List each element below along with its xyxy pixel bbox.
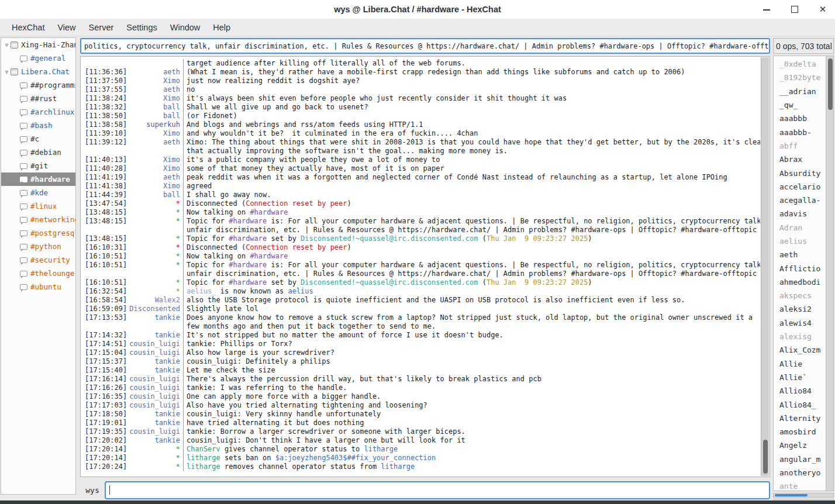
tree-item-LiberaChat[interactable]: ▽Libera.Chat xyxy=(1,65,75,78)
userlist-item[interactable]: angular_m xyxy=(774,453,826,466)
userlist-item[interactable]: __adrian xyxy=(774,85,826,98)
tree-item-kde[interactable]: #kde xyxy=(1,186,75,199)
userlist-scrollbar-thumb[interactable] xyxy=(828,58,833,110)
message-input[interactable] xyxy=(105,481,770,499)
close-button[interactable]: ✕ xyxy=(819,5,827,13)
chat-message-segment: some of that money they actually have, m… xyxy=(187,164,444,172)
menu-item-window[interactable]: Window xyxy=(164,20,207,34)
tree-item-git[interactable]: #git xyxy=(1,159,75,172)
chat-timestamp xyxy=(81,226,126,234)
expander-icon[interactable]: ▽ xyxy=(1,69,11,75)
userlist-item[interactable]: Allie xyxy=(774,357,826,371)
tree-item-ubuntu[interactable]: #ubuntu xyxy=(1,280,75,294)
chat-scrollbar-thumb[interactable] xyxy=(763,440,768,474)
channel-icon xyxy=(20,136,27,142)
userlist-item[interactable]: ante xyxy=(774,479,826,491)
tree-item-programmi[interactable]: ##programmi xyxy=(1,78,75,92)
chat-line: unfair discrimination, etc. | Rules & Re… xyxy=(81,270,760,278)
chat-nick: * xyxy=(126,454,183,462)
chat-message: tankie: Borrow a larger screwdriver or s… xyxy=(183,427,760,436)
userlist-item[interactable]: aeth xyxy=(774,248,826,261)
chat-nick xyxy=(126,322,183,331)
chat-timestamp: [17:16:14] xyxy=(81,375,126,384)
userlist-hscrollbar[interactable] xyxy=(773,493,834,498)
chat-message: Also have you tried alternating tighteni… xyxy=(183,401,760,410)
userlist-item[interactable]: abff xyxy=(774,139,826,153)
chat-message: cousin_luigi: Very skinny handle unfortu… xyxy=(183,410,760,419)
tree-item-thelounge[interactable]: #thelounge xyxy=(1,267,75,280)
chat-line: [13:47:54]*Disconnected (Connection rese… xyxy=(81,199,760,208)
expander-icon[interactable]: ▽ xyxy=(1,42,11,48)
minimize-button[interactable] xyxy=(762,5,771,13)
chat-messages: target audience after killing off litera… xyxy=(81,57,760,476)
userlist-item[interactable]: anotheryo xyxy=(774,466,826,479)
tree-item-security[interactable]: #security xyxy=(1,253,75,267)
topic-text: politics, cryptocurrency talk, unfair di… xyxy=(84,42,770,50)
userlist-item[interactable]: aleksi2 xyxy=(774,302,826,316)
chat-timestamp: [17:19:01] xyxy=(81,419,126,427)
userlist-item[interactable]: Allie` xyxy=(774,371,826,384)
userlist-item[interactable]: _8192byte xyxy=(774,71,826,84)
tree-item-debian[interactable]: #debian xyxy=(1,146,75,159)
topic-input[interactable]: politics, cryptocurrency talk, unfair di… xyxy=(80,38,770,54)
tree-item-linux[interactable]: #linux xyxy=(1,199,75,213)
userlist-item[interactable]: ahmedbodi xyxy=(774,275,826,289)
userlist-item[interactable]: alewis4 xyxy=(774,316,826,330)
tree-item-c[interactable]: #c xyxy=(1,132,75,146)
chat-nick: Ximo xyxy=(126,164,183,173)
tree-item-postgresql[interactable]: #postgresql xyxy=(1,226,75,240)
userlist-item[interactable]: _0xdelta xyxy=(774,57,826,71)
userlist-item[interactable]: Allio84_ xyxy=(774,398,826,411)
chat-line: [11:41:38]Ximoagreed xyxy=(81,182,760,191)
userlist-item[interactable]: Angelz xyxy=(774,439,826,452)
maximize-button[interactable] xyxy=(791,5,799,13)
menu-item-hexchat[interactable]: HexChat xyxy=(5,20,51,34)
userlist-item[interactable]: Absurdity xyxy=(774,166,826,179)
tree-item-rust[interactable]: ##rust xyxy=(1,92,75,105)
menu-item-server[interactable]: Server xyxy=(82,20,120,34)
chat-message-segment: ) xyxy=(347,243,351,251)
tree-item-label: #archlinux xyxy=(30,108,74,116)
userlist-item[interactable]: Afflictio xyxy=(774,261,826,275)
chat-message-segment: agreed xyxy=(187,182,212,190)
menu-item-view[interactable]: View xyxy=(51,20,82,34)
chat-timestamp: [16:10:51] xyxy=(81,261,126,270)
tree-item-python[interactable]: #python xyxy=(1,240,75,253)
userlist-item[interactable]: amosbird xyxy=(774,425,826,439)
userlist-hscrollbar-thumb[interactable] xyxy=(775,494,808,496)
chat-timestamp: [17:14:32] xyxy=(81,331,126,340)
chat-message-segment: $a:joeyzheng5403$##fix_your_connection xyxy=(275,454,436,462)
userlist-item[interactable]: aaabbb- xyxy=(774,125,826,139)
userlist-item[interactable]: Adran xyxy=(774,221,826,234)
userlist-item[interactable]: Allio84 xyxy=(774,384,826,398)
userlist-scrollbar[interactable] xyxy=(826,56,833,491)
chat-timestamp: [16:58:54] xyxy=(81,296,126,305)
server-icon xyxy=(11,42,18,49)
tree-item-hardware[interactable]: #hardware xyxy=(1,172,75,186)
chat-timestamp xyxy=(81,322,126,331)
userlist-item[interactable]: accelario xyxy=(774,180,826,194)
chat-line: [13:48:15]*Topic for #hardware is: For a… xyxy=(81,217,760,226)
userlist-item[interactable]: acegalla- xyxy=(774,194,826,207)
tree-item-general[interactable]: #general xyxy=(1,51,75,65)
tree-item-XingHaiZhan[interactable]: ▽Xing-Hai-Zhan xyxy=(1,38,75,51)
menu-item-settings[interactable]: Settings xyxy=(120,20,163,34)
userlist-item[interactable]: _qw_ xyxy=(774,98,826,112)
tree-item-bash[interactable]: #bash xyxy=(1,119,75,132)
menu-item-help[interactable]: Help xyxy=(206,20,237,34)
chat-nick: Walex2 xyxy=(126,296,183,305)
channel-icon xyxy=(20,56,27,61)
userlist-item[interactable]: Abrax xyxy=(774,153,826,166)
tree-item-archlinux[interactable]: #archlinux xyxy=(1,105,75,119)
userlist-item[interactable]: aelius xyxy=(774,234,826,248)
userlist-item[interactable]: Alternity xyxy=(774,412,826,425)
chat-scrollbar[interactable] xyxy=(761,57,769,476)
userlist-item[interactable]: aaabbb xyxy=(774,112,826,125)
userlist-item[interactable]: alexisg xyxy=(774,330,826,343)
tree-item-networking[interactable]: #networking xyxy=(1,213,75,226)
chat-message-segment: set by xyxy=(267,234,301,243)
userlist-item[interactable]: Alix_Cozm xyxy=(774,343,826,357)
userlist-item[interactable]: akspecs xyxy=(774,289,826,302)
chat-line: [11:36:36]aeth(What I mean is, they'd ra… xyxy=(81,68,760,77)
userlist-item[interactable]: adavis xyxy=(774,207,826,220)
